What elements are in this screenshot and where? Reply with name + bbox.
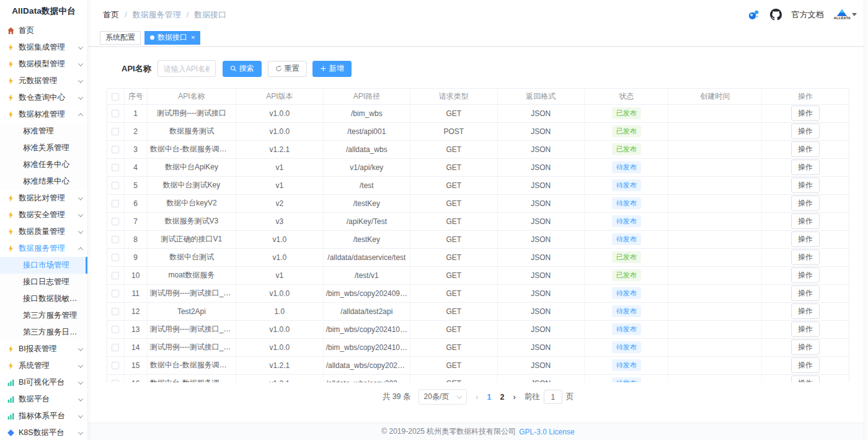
sidebar-subitem[interactable]: 标准结果中心 <box>0 173 87 190</box>
row-index: 7 <box>124 212 147 230</box>
sidebar-item-label: 标准关系管理 <box>23 143 69 153</box>
row-checkbox[interactable] <box>112 272 119 279</box>
sidebar-item[interactable]: 数据比对管理 <box>0 190 87 207</box>
row-actions-button[interactable]: 操作 <box>791 357 820 373</box>
row-checkbox[interactable] <box>112 344 119 351</box>
row-actions-button[interactable]: 操作 <box>791 159 820 175</box>
sidebar-item[interactable]: 数据平台 <box>0 391 87 408</box>
row-checkbox[interactable] <box>112 182 119 189</box>
prev-page-button[interactable]: ‹ <box>474 392 479 402</box>
row-actions-button[interactable]: 操作 <box>791 123 820 139</box>
sidebar-subitem[interactable]: 接口数据脱敏管理 <box>0 290 87 307</box>
chevron-down-icon <box>78 413 83 418</box>
sidebar-subitem[interactable]: 标准关系管理 <box>0 140 87 156</box>
row-checkbox[interactable] <box>112 362 119 369</box>
github-icon[interactable] <box>770 9 782 20</box>
row-actions-button[interactable]: 操作 <box>791 249 820 265</box>
app-title: AllData数据中台 <box>0 0 87 22</box>
created-time <box>668 338 762 356</box>
api-path: /alldata_wbs/copy20241011165855 <box>323 356 410 374</box>
platform-icon <box>7 379 15 387</box>
sidebar-item[interactable]: BI报表管理 <box>0 341 87 357</box>
window-scrollbar[interactable] <box>864 0 868 440</box>
sidebar-subitem[interactable]: 接口日志管理 <box>0 274 87 290</box>
row-actions-button[interactable]: 操作 <box>791 303 820 319</box>
sidebar-item[interactable]: 首页 <box>0 22 87 39</box>
request-method: GET <box>410 158 497 176</box>
topbar-actions: 官方文档 ALLDATA <box>747 8 857 21</box>
close-icon[interactable]: × <box>191 34 195 41</box>
row-checkbox[interactable] <box>112 236 119 243</box>
row-checkbox[interactable] <box>112 326 119 333</box>
row-checkbox[interactable] <box>112 380 119 382</box>
chevron-up-icon <box>78 113 83 118</box>
sidebar-item[interactable]: 系统管理 <box>0 357 87 374</box>
sidebar-item[interactable]: 数据质量管理 <box>0 223 87 240</box>
row-checkbox[interactable] <box>112 254 119 261</box>
row-actions-button[interactable]: 操作 <box>791 339 820 355</box>
next-page-button[interactable]: › <box>512 392 516 402</box>
row-checkbox[interactable] <box>112 146 119 153</box>
sidebar-item[interactable]: K8S数据平台 <box>0 424 87 440</box>
alldata-logo-label: ALLDATA <box>834 17 851 20</box>
page-number-1[interactable]: 1 <box>487 393 492 402</box>
sidebar-subitem[interactable]: 标准管理 <box>0 123 87 140</box>
api-name-input[interactable] <box>157 60 216 77</box>
row-checkbox[interactable] <box>112 308 119 315</box>
row-checkbox[interactable] <box>112 200 119 207</box>
row-checkbox[interactable] <box>112 164 119 171</box>
row-actions-button[interactable]: 操作 <box>791 141 820 157</box>
row-index: 6 <box>124 194 147 212</box>
sidebar-item[interactable]: 数据模型管理 <box>0 56 87 73</box>
goto-page-input[interactable] <box>544 390 562 404</box>
license-link[interactable]: GPL-3.0 License <box>519 428 574 436</box>
sidebar-subitem[interactable]: 标准任务中心 <box>0 156 87 173</box>
sidebar-item[interactable]: 数据服务管理 <box>0 240 87 257</box>
flash-icon <box>7 60 15 68</box>
row-checkbox[interactable] <box>112 290 119 297</box>
ai-assistant-icon[interactable] <box>747 8 760 21</box>
row-actions-button[interactable]: 操作 <box>791 177 820 193</box>
row-checkbox[interactable] <box>112 128 119 135</box>
row-actions-button[interactable]: 操作 <box>791 375 820 382</box>
row-actions-button[interactable]: 操作 <box>791 195 820 211</box>
page-size-select[interactable]: 20条/页 <box>418 389 467 405</box>
row-index: 13 <box>124 320 147 338</box>
sidebar-subitem[interactable]: 第三方服务日志管理 <box>0 324 87 341</box>
sidebar-subitem[interactable]: 第三方服务管理 <box>0 307 87 324</box>
breadcrumb-home[interactable]: 首页 <box>103 9 119 20</box>
sidebar-item[interactable]: 数据安全管理 <box>0 207 87 223</box>
api-path: /alldata/test2api <box>323 302 410 320</box>
row-actions-button[interactable]: 操作 <box>791 285 820 301</box>
sidebar-item[interactable]: 数据标准管理 <box>0 106 87 123</box>
tab-data-api[interactable]: 数据接口 × <box>144 31 200 45</box>
docs-link[interactable]: 官方文档 <box>792 9 824 20</box>
tab-system-config[interactable]: 系统配置 <box>100 31 141 45</box>
user-menu[interactable]: ALLDATA <box>834 9 857 20</box>
sidebar-subitem[interactable]: 接口市场管理 <box>0 257 87 274</box>
sidebar-item-label: 接口市场管理 <box>23 260 69 271</box>
sidebar-item[interactable]: BI可视化平台 <box>0 374 87 391</box>
row-actions-button[interactable]: 操作 <box>791 231 820 247</box>
status-badge: 待发布 <box>612 215 641 227</box>
sidebar-item[interactable]: 数仓查询中心 <box>0 89 87 106</box>
row-actions-button[interactable]: 操作 <box>791 321 820 337</box>
column-header: 创建时间 <box>668 89 762 104</box>
sidebar-item[interactable]: 元数据管理 <box>0 73 87 89</box>
row-actions-button[interactable]: 操作 <box>791 106 820 121</box>
sidebar-item[interactable]: 指标体系平台 <box>0 408 87 424</box>
status-cell: 待发布 <box>585 230 668 248</box>
request-method: GET <box>410 266 497 284</box>
page-number-2[interactable]: 2 <box>500 393 505 402</box>
select-all-checkbox[interactable] <box>112 93 119 101</box>
created-time <box>668 374 762 382</box>
reset-button[interactable]: 重置 <box>268 61 307 77</box>
row-actions-button[interactable]: 操作 <box>791 213 820 229</box>
row-checkbox[interactable] <box>112 218 119 225</box>
add-button[interactable]: 新增 <box>312 61 352 77</box>
table-row: 5数据中台测试Keyv1/testGETJSON待发布操作 <box>107 176 849 194</box>
row-checkbox[interactable] <box>112 110 119 117</box>
row-actions-button[interactable]: 操作 <box>791 267 820 283</box>
search-button[interactable]: 搜索 <box>223 61 262 77</box>
sidebar-item[interactable]: 数据集成管理 <box>0 39 87 56</box>
